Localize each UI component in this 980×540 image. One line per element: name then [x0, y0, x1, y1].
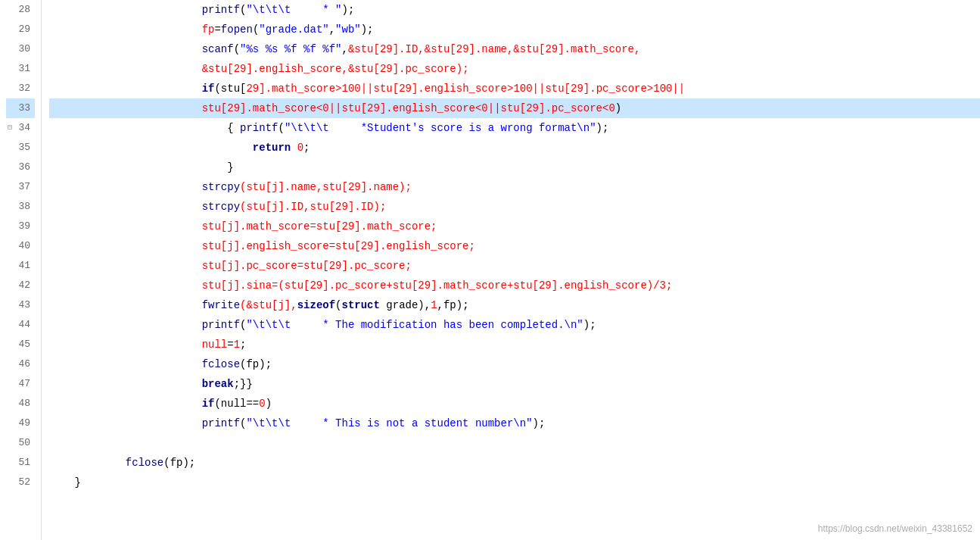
code-line: scanf("%s %s %f %f %f",&stu[29].ID,&stu[…: [49, 39, 980, 59]
token: strcpy: [202, 198, 240, 215]
code-line: break;}}: [49, 374, 980, 394]
code-line: }: [49, 158, 980, 177]
line-number: 48: [6, 394, 35, 414]
token: stu[j].sina=(stu[: [202, 277, 310, 294]
token: 29: [246, 80, 259, 97]
token: }: [227, 159, 233, 176]
token: [49, 80, 202, 97]
line-number: 39: [6, 217, 35, 236]
token: ].name);: [361, 179, 412, 195]
token: 29: [418, 277, 431, 294]
code-line: return 0;: [49, 138, 980, 158]
token: ,: [341, 41, 347, 58]
code-line: stu[29].math_score<0||stu[29].english_sc…: [49, 98, 980, 118]
code-line: }: [49, 473, 980, 492]
line-number-text: 35: [18, 140, 30, 156]
line-number: 52: [6, 473, 35, 492]
token: printf: [202, 2, 240, 18]
token: [49, 454, 126, 471]
token: stu[j].math_score=stu[: [202, 218, 342, 235]
code-line: fclose(fp);: [49, 354, 980, 374]
token: "grade.dat": [259, 21, 328, 38]
token: ||stu[: [488, 100, 526, 117]
line-number-text: 34: [18, 120, 30, 136]
line-number-text: 43: [18, 298, 30, 314]
line-number-text: 31: [18, 61, 30, 77]
token: ,fp);: [437, 297, 469, 314]
code-line: printf("\t\t\t * The modification has be…: [49, 315, 980, 335]
token: ].english_score<: [380, 100, 481, 117]
token: [49, 395, 202, 412]
token: fclose: [126, 454, 163, 471]
token: (null==: [214, 395, 259, 412]
token: [49, 61, 202, 77]
token: ||stu[: [329, 100, 367, 117]
token: break: [202, 376, 234, 392]
token: stu[: [202, 100, 228, 117]
fold-icon[interactable]: ⊟: [8, 122, 12, 134]
line-number: ⊟34: [6, 118, 35, 138]
token: (stu[j].ID,stu[: [240, 198, 335, 215]
token: (: [234, 41, 240, 58]
token: {: [227, 120, 240, 136]
line-number-text: 37: [18, 179, 30, 195]
token: ].ID);: [348, 198, 386, 215]
code-line: { printf("\t\t\t *Student's score is a w…: [49, 118, 980, 138]
line-number: 29: [6, 20, 35, 39]
token: ;: [303, 139, 310, 156]
token: fp: [202, 21, 215, 38]
token: 1: [234, 336, 240, 353]
token: fwrite: [202, 297, 240, 314]
token: 0: [259, 395, 265, 412]
token: (stu[j].name,stu[: [240, 179, 348, 195]
token: 29: [310, 277, 322, 294]
token: 29: [545, 41, 558, 58]
watermark: https://blog.csdn.net/weixin_43381652: [818, 523, 972, 534]
token: =: [227, 336, 233, 353]
token: );: [596, 120, 609, 136]
token: (: [278, 120, 284, 136]
token: [49, 297, 202, 314]
token: (: [240, 2, 246, 18]
token: ].name,&stu[: [469, 41, 546, 58]
token: 100: [513, 80, 532, 97]
token: 29: [234, 61, 247, 77]
token: [49, 258, 202, 274]
line-number-text: 46: [18, 357, 30, 373]
line-number: 31: [6, 59, 35, 79]
code-line: fclose(fp);: [49, 453, 980, 473]
line-number: 30: [6, 39, 35, 59]
token: [49, 21, 202, 38]
token: ].math_score+stu[: [431, 277, 539, 294]
token: ].pc_score>: [583, 80, 653, 97]
token: [49, 100, 202, 117]
token: =: [214, 21, 220, 38]
token: ].pc_score<: [539, 100, 608, 117]
code-line: stu[j].english_score=stu[29].english_sco…: [49, 236, 980, 256]
token: 29: [367, 100, 380, 117]
token: 29: [329, 258, 342, 274]
token: [49, 41, 202, 58]
token: );: [342, 2, 355, 18]
token: ,: [329, 21, 335, 38]
line-number: 43: [6, 295, 35, 315]
token: [49, 179, 202, 195]
token: 3: [660, 277, 666, 294]
token: return: [253, 139, 297, 156]
token: 29: [380, 41, 393, 58]
token: );: [361, 21, 374, 38]
line-number-text: 49: [18, 416, 30, 432]
token: [49, 159, 227, 176]
token: ].pc_score);: [393, 61, 469, 77]
line-number: 35: [6, 138, 35, 158]
line-number: 33: [6, 98, 35, 118]
code-line: &stu[29].english_score,&stu[29].pc_score…: [49, 59, 980, 79]
token: "\t\t\t * The modification has been comp…: [246, 317, 583, 333]
line-number-text: 51: [18, 455, 30, 471]
token: stu[j].pc_score=stu[: [202, 258, 329, 274]
code-line: printf("\t\t\t * ");: [49, 0, 980, 20]
token: strcpy: [202, 179, 240, 195]
token: );: [583, 317, 596, 333]
token: 29: [227, 100, 240, 117]
code-line: if(stu[29].math_score>100||stu[29].engli…: [49, 79, 980, 98]
